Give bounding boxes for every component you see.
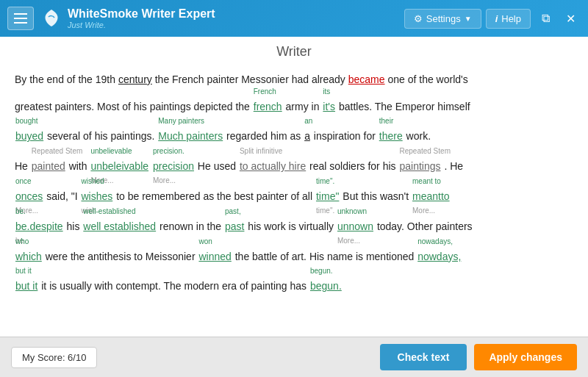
nowdays-correction: nowadays, nowdays, bbox=[417, 245, 461, 268]
meantto-correction: meant to meantto More... bbox=[412, 185, 450, 208]
text-line-5b: to be remembered as the best painter of … bbox=[116, 190, 315, 202]
text-line-3d: work. bbox=[406, 130, 431, 142]
text-line-4b: with bbox=[69, 160, 90, 172]
text-line-6d: today. Other painters bbox=[377, 220, 473, 232]
text-line-3a: several of his paintings. bbox=[47, 130, 157, 142]
text-line-2b: army in bbox=[286, 101, 323, 112]
unknown-correction: unknown unnown More... bbox=[337, 215, 373, 238]
text-line-3b: regarded him as bbox=[226, 130, 304, 142]
title-bar: WhiteSmoke Writer Expert Just Write. ⚙ S… bbox=[0, 0, 588, 37]
french-correction: French french bbox=[254, 96, 282, 118]
help-button[interactable]: i Help bbox=[486, 9, 531, 29]
time-correction: time". time" time". bbox=[316, 185, 339, 208]
menu-button[interactable] bbox=[7, 7, 34, 30]
split-infinitive-correction: Split infinitive to actually hire bbox=[240, 155, 306, 178]
apply-changes-button[interactable]: Apply changes bbox=[474, 344, 577, 370]
close-button[interactable]: ✕ bbox=[560, 8, 581, 29]
text-line-4e: real soldiers for his bbox=[309, 160, 398, 172]
writer-title: Writer bbox=[0, 37, 588, 64]
text-line-4f: . He bbox=[444, 160, 463, 172]
chevron-down-icon: ▼ bbox=[465, 15, 472, 23]
text-line-8a: it is usually with contempt. The modern … bbox=[41, 280, 309, 292]
app-title: WhiteSmoke Writer Expert bbox=[68, 7, 215, 21]
score-badge: My Score: 6/10 bbox=[11, 347, 97, 368]
info-icon: i bbox=[495, 13, 498, 24]
check-text-button[interactable]: Check text bbox=[380, 344, 467, 370]
settings-button[interactable]: ⚙ Settings ▼ bbox=[404, 9, 481, 29]
logo-icon bbox=[41, 8, 62, 29]
text-line-2c: battles. The Emperor himself bbox=[339, 101, 470, 112]
text-line-2: greatest painters. Most of his paintings… bbox=[15, 101, 253, 112]
butit-correction: but it but it bbox=[15, 275, 37, 298]
text-line-7b: the battle of art. His name is mentioned bbox=[235, 251, 417, 262]
an-correction: an a bbox=[304, 125, 310, 148]
text-line-6c: his work is virtually bbox=[248, 220, 337, 232]
app-title-group: WhiteSmoke Writer Expert Just Write. bbox=[68, 7, 215, 29]
well-established-correction: well-established well established bbox=[83, 215, 156, 238]
its-correction: its it's bbox=[323, 96, 335, 118]
text-area[interactable]: By the end of the 19th century the Frenc… bbox=[0, 64, 588, 331]
begun-correction: begun. begun. bbox=[310, 275, 342, 298]
text-line-7a: were the antithesis to Meissonier bbox=[46, 251, 198, 262]
text-line-3c: inspiration for bbox=[314, 130, 379, 142]
app-subtitle: Just Write. bbox=[68, 21, 215, 29]
logo-area: WhiteSmoke Writer Expert Just Write. bbox=[41, 7, 397, 29]
text-line-6b: renown in the bbox=[159, 220, 224, 232]
restore-button[interactable]: ⧉ bbox=[535, 8, 556, 29]
past-correction: past, past bbox=[225, 215, 244, 238]
main-area: Writer By the end of the 19th century th… bbox=[0, 37, 588, 337]
text-line-6a: his bbox=[67, 220, 83, 232]
title-actions: ⚙ Settings ▼ i Help ⧉ ✕ bbox=[404, 8, 581, 29]
precision-correction: precision. precision More... bbox=[153, 155, 194, 178]
painted-correction: Repeated Stem painted bbox=[32, 155, 65, 178]
winned-correction: won winned bbox=[198, 245, 231, 268]
text-line-1: By the end of the 19th century the Frenc… bbox=[15, 73, 468, 85]
text-line-5a: said, "I bbox=[46, 190, 80, 202]
bottom-bar: My Score: 6/10 Check text Apply changes bbox=[0, 337, 588, 377]
gear-icon: ⚙ bbox=[414, 13, 423, 24]
text-line-4a: He bbox=[15, 160, 31, 172]
text-line-5c: But this wasn't bbox=[343, 190, 412, 202]
text-line-4d: He used bbox=[198, 160, 239, 172]
